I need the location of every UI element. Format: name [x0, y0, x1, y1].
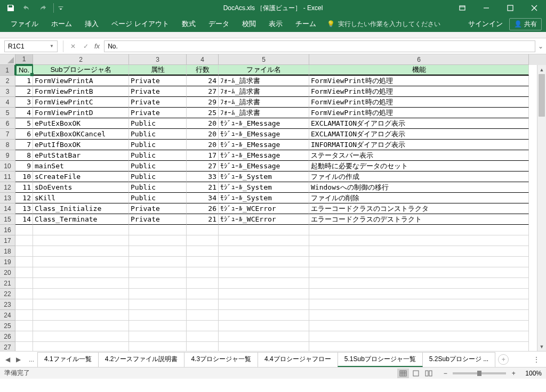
zoom-level[interactable]: 100% [525, 370, 542, 377]
cell[interactable] [219, 246, 309, 257]
cell[interactable] [309, 342, 529, 351]
tab-options-button[interactable]: ⋮ [527, 356, 546, 363]
row-header[interactable]: 24 [0, 310, 15, 321]
cell[interactable]: ファイル名 [219, 65, 309, 76]
cell[interactable]: Class_Initialize [33, 203, 129, 214]
cell[interactable] [129, 331, 187, 342]
sheet-tab[interactable]: 4.1ファイル一覧 [37, 352, 99, 367]
cell[interactable] [187, 235, 219, 246]
cell[interactable] [219, 310, 309, 321]
cell[interactable] [129, 257, 187, 267]
column-header[interactable]: 2 [33, 54, 129, 65]
row-header[interactable]: 4 [0, 97, 15, 108]
row-header[interactable]: 10 [0, 161, 15, 172]
cell[interactable]: FormViewPrintA [33, 76, 129, 86]
cell[interactable]: Private [129, 86, 187, 97]
cell[interactable] [309, 267, 529, 278]
minimize-button[interactable] [474, 0, 498, 16]
cell[interactable] [15, 267, 33, 278]
redo-button[interactable] [35, 1, 50, 15]
cell[interactable] [33, 299, 129, 310]
cell[interactable]: 3 [15, 97, 33, 108]
cell[interactable]: ePutExBoxOKCancel [33, 129, 129, 140]
tell-me[interactable]: 💡 実行したい作業を入力してください [327, 20, 440, 29]
row-header[interactable]: 12 [0, 182, 15, 193]
row-header[interactable]: 5 [0, 108, 15, 118]
cell[interactable] [33, 267, 129, 278]
cell[interactable] [15, 278, 33, 289]
cell[interactable] [33, 278, 129, 289]
cell[interactable]: EXCLAMATIONダイアログ表示 [309, 129, 529, 140]
qat-customize-button[interactable] [57, 1, 65, 15]
cell[interactable]: Public [129, 161, 187, 172]
cell[interactable]: 14 [15, 214, 33, 225]
ribbon-tab[interactable]: 表示 [262, 16, 289, 32]
cell[interactable]: Public [129, 129, 187, 140]
ribbon-tab[interactable]: 挿入 [78, 16, 105, 32]
cell[interactable] [219, 235, 309, 246]
row-header[interactable]: 17 [0, 235, 15, 246]
cell[interactable] [187, 257, 219, 267]
cell[interactable] [309, 257, 529, 267]
cell[interactable] [187, 331, 219, 342]
cell[interactable] [187, 225, 219, 235]
cell[interactable] [219, 267, 309, 278]
cell[interactable]: 属性 [129, 65, 187, 76]
select-all-button[interactable] [0, 54, 15, 65]
cell[interactable]: Private [129, 97, 187, 108]
cell[interactable]: 6 [15, 129, 33, 140]
cell[interactable]: 起動時に必要なデータのセット [309, 161, 529, 172]
cell[interactable] [33, 246, 129, 257]
cell[interactable]: 20 [187, 129, 219, 140]
zoom-out-button[interactable]: − [441, 370, 449, 377]
sheet-tab[interactable]: 5.1Subプロシージャ一覧 [338, 352, 423, 367]
cell[interactable] [187, 289, 219, 299]
row-header[interactable]: 11 [0, 172, 15, 182]
cell[interactable] [15, 289, 33, 299]
ribbon-tab[interactable]: ホーム [45, 16, 78, 32]
vertical-scrollbar[interactable]: ▲ ▼ [537, 65, 546, 351]
scroll-down-button[interactable]: ▼ [537, 342, 546, 351]
row-header[interactable]: 9 [0, 150, 15, 161]
cell[interactable]: ﾌｫｰﾑ_請求書 [219, 108, 309, 118]
cell[interactable]: ﾓｼﾞｭｰﾙ_EMessage [219, 161, 309, 172]
row-header[interactable]: 27 [0, 342, 15, 351]
cell[interactable] [15, 310, 33, 321]
cell[interactable]: Public [129, 140, 187, 150]
row-header[interactable]: 25 [0, 321, 15, 331]
cell[interactable]: FormViewPrintD [33, 108, 129, 118]
cell[interactable]: sDoEvents [33, 182, 129, 193]
cell[interactable] [129, 289, 187, 299]
tab-scroll-right-button[interactable]: ▶ [14, 355, 22, 364]
cell[interactable]: 7 [15, 140, 33, 150]
expand-formula-button[interactable]: ⌄ [535, 43, 546, 50]
row-header[interactable]: 19 [0, 257, 15, 267]
cell[interactable] [129, 299, 187, 310]
cell[interactable]: sKill [33, 193, 129, 203]
cell[interactable]: ePutIfBoxOK [33, 140, 129, 150]
cell[interactable]: 10 [15, 172, 33, 182]
cell[interactable] [219, 331, 309, 342]
cell[interactable]: FormViewPrintC [33, 97, 129, 108]
cell[interactable]: Private [129, 214, 187, 225]
cell[interactable] [309, 310, 529, 321]
cell[interactable]: 8 [15, 150, 33, 161]
tab-overflow-left[interactable]: ... [26, 356, 37, 363]
cell[interactable] [309, 246, 529, 257]
cell[interactable] [33, 225, 129, 235]
cell[interactable]: 29 [187, 97, 219, 108]
zoom-slider[interactable] [453, 372, 506, 374]
cell[interactable]: ファイルの削除 [309, 193, 529, 203]
cell[interactable]: 26 [187, 203, 219, 214]
row-header[interactable]: 7 [0, 129, 15, 140]
cell[interactable] [187, 267, 219, 278]
cell[interactable]: FormViewPrintB [33, 86, 129, 97]
cell[interactable] [309, 278, 529, 289]
cell[interactable] [187, 278, 219, 289]
cell[interactable]: 24 [187, 76, 219, 86]
cell[interactable]: 21 [187, 214, 219, 225]
column-header[interactable]: 5 [219, 54, 309, 65]
cell[interactable]: 1 [15, 76, 33, 86]
row-header[interactable]: 21 [0, 278, 15, 289]
row-header[interactable]: 8 [0, 140, 15, 150]
